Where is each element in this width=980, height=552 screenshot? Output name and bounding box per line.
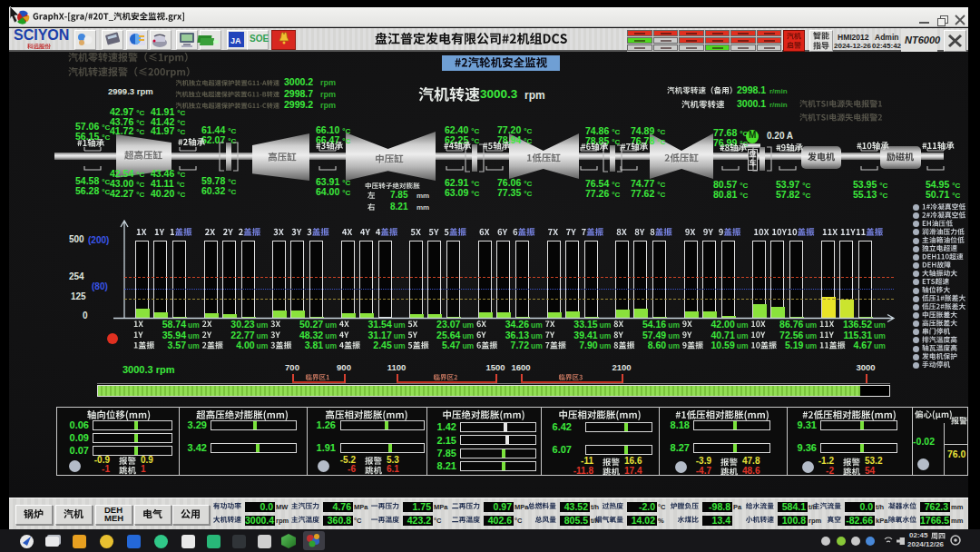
svg-text:JA: JA: [230, 36, 241, 45]
